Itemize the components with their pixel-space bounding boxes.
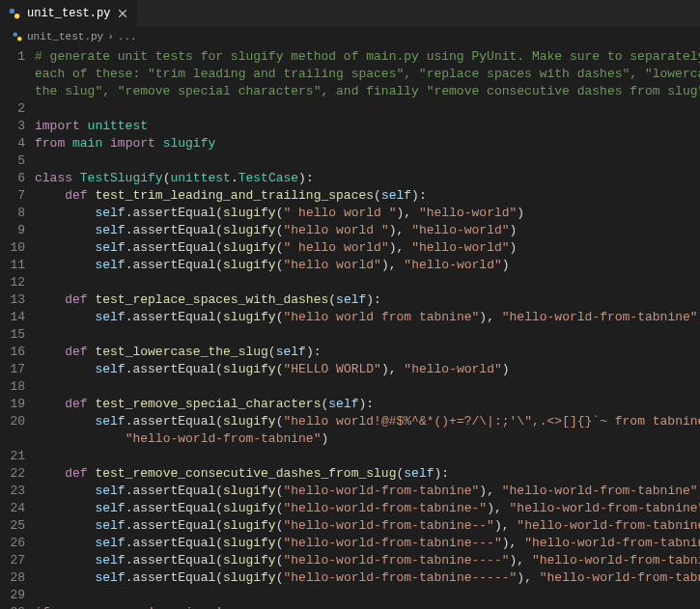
p: ) <box>479 310 487 324</box>
str: "hello-world-from-tabnine-----" <box>283 570 517 585</box>
line-number: 6 <box>0 170 25 187</box>
p: ) <box>494 518 502 533</box>
breadcrumb-more: ... <box>118 31 137 42</box>
svg-point-0 <box>10 8 14 13</box>
str: "hello world" <box>283 258 380 272</box>
str: "hello-world-from-tabnine" <box>532 553 700 567</box>
line-number: 5 <box>0 152 25 170</box>
p: ): <box>434 466 450 481</box>
tab-filename: unit_test.py <box>27 7 110 20</box>
str: "hello-world-from-tabnine" <box>510 501 700 515</box>
line-number: 4 <box>0 135 25 152</box>
func-name: test_trim_leading_and_trailing_spaces <box>88 188 374 203</box>
op: == <box>126 605 148 609</box>
p: ( <box>374 188 381 203</box>
p: ( <box>268 345 276 359</box>
p: ): <box>411 188 427 203</box>
p: ): <box>366 292 381 307</box>
kw-def: def <box>65 397 87 411</box>
line-number: 7 <box>0 187 25 205</box>
str: "hello world " <box>283 223 388 237</box>
breadcrumb-filename: unit_test.py <box>27 31 103 42</box>
fn: slugify <box>223 501 276 515</box>
p: ( <box>328 292 336 307</box>
line-number: 20 <box>0 413 25 430</box>
line-number: 11 <box>0 257 25 274</box>
p: , <box>389 258 405 272</box>
func-name: test_remove_special_characters <box>88 397 322 411</box>
call: .assertEqual( <box>126 484 223 498</box>
fn: slugify <box>223 553 276 567</box>
str: "hello-world-from-tabnine-" <box>283 501 487 515</box>
call: .assertEqual( <box>126 414 223 429</box>
breadcrumb[interactable]: unit_test.py › ... <box>0 27 700 46</box>
p: ): <box>359 397 375 411</box>
kw-def: def <box>65 466 87 481</box>
close-icon[interactable] <box>116 7 129 20</box>
str: "hello-world-from-tabnine" <box>502 310 698 324</box>
line-number: 2 <box>0 100 25 118</box>
kw-import: import <box>35 119 80 133</box>
str: "hello world from tabnine" <box>283 310 479 324</box>
line-number: 21 <box>0 448 25 465</box>
line-number: 12 <box>0 274 25 291</box>
module: unittest <box>80 119 148 133</box>
fn: slugify <box>223 536 276 550</box>
call: .assertEqual( <box>126 310 223 324</box>
line-number: 10 <box>0 239 25 257</box>
tab-unit-test[interactable]: unit_test.py <box>0 0 138 26</box>
svg-point-4 <box>14 33 18 38</box>
self: self <box>95 362 125 376</box>
call: .assertEqual( <box>126 206 223 220</box>
str: "HELLO WORLD" <box>283 362 380 376</box>
p: , <box>517 553 532 567</box>
p: , <box>397 240 412 255</box>
call: .assertEqual( <box>126 570 223 585</box>
line-number <box>0 66 25 83</box>
str: "hello-world" <box>404 258 501 272</box>
line-number: 17 <box>0 361 25 378</box>
p: , <box>487 484 502 498</box>
self: self <box>95 206 125 220</box>
line-number: 3 <box>0 118 25 135</box>
line-number: 29 <box>0 587 25 604</box>
line-number: 8 <box>0 205 25 222</box>
str: "hello-world-from-tabnine----" <box>283 553 509 567</box>
self: self <box>95 518 125 533</box>
str: " hello world" <box>283 240 388 255</box>
p: ) <box>510 223 518 237</box>
self: self <box>95 310 125 324</box>
p: ) <box>381 362 389 376</box>
code-comment: # generate unit tests for slugify method… <box>35 49 700 64</box>
kw-def: def <box>65 292 87 307</box>
fn: slugify <box>223 258 276 272</box>
p: ) <box>502 362 510 376</box>
kw-class: class <box>35 171 72 185</box>
kw-import: import <box>110 136 155 151</box>
punct: . <box>231 171 238 185</box>
fn: slugify <box>223 206 276 220</box>
p: , <box>404 206 419 220</box>
fn: slugify <box>223 570 276 585</box>
line-number: 28 <box>0 569 25 587</box>
p: , <box>524 570 540 585</box>
code-comment: the slug", "remove special characters", … <box>35 84 700 98</box>
line-number: 22 <box>0 465 25 483</box>
line-number: 13 <box>0 291 25 309</box>
line-number-gutter: 1234567891011121314151617181920212223242… <box>0 46 35 609</box>
symbol: slugify <box>155 136 215 151</box>
self: self <box>381 188 411 203</box>
str: "hello-world-from-tabnine--" <box>283 518 493 533</box>
fn: slugify <box>223 223 276 237</box>
svg-point-1 <box>14 14 19 18</box>
kw-if: if <box>35 605 50 609</box>
call: .assertEqual( <box>126 362 223 376</box>
line-number: 26 <box>0 535 25 552</box>
line-number: 15 <box>0 326 25 344</box>
code-content[interactable]: # generate unit tests for slugify method… <box>35 46 700 609</box>
module: unittest <box>170 171 230 185</box>
kw-def: def <box>65 345 87 359</box>
fn: slugify <box>223 240 276 255</box>
self: self <box>95 484 125 498</box>
line-number: 1 <box>0 48 25 66</box>
